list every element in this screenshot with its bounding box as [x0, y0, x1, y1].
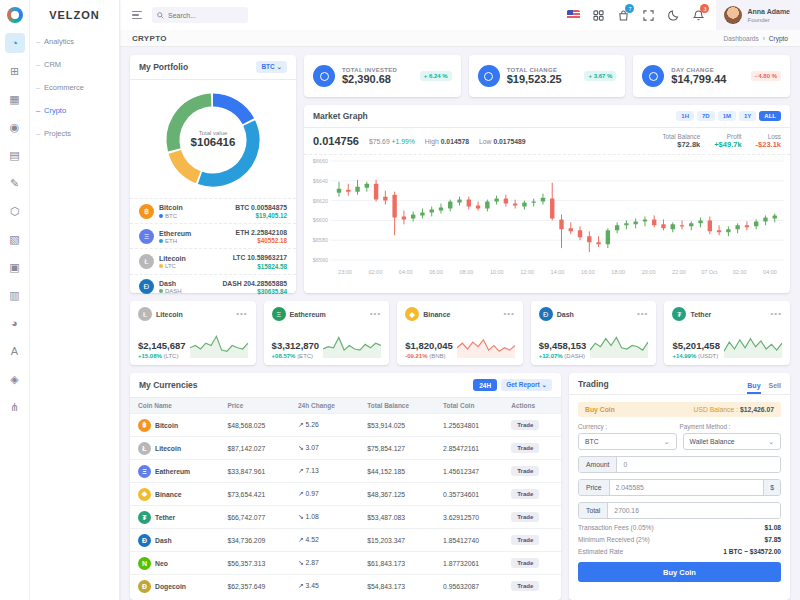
apps-icon[interactable]: ⊞: [5, 61, 25, 81]
balance-cell: $53,914.025: [359, 414, 435, 437]
search-box[interactable]: [152, 7, 248, 23]
brand-name[interactable]: VELZON: [30, 0, 119, 30]
estimated-rate-row: Estimated Rate1 BTC ~ $34572.00: [578, 548, 781, 555]
payment-method-select[interactable]: Wallet Balance⌄: [683, 433, 782, 450]
coin-value: $1,820,045: [405, 340, 453, 351]
range-button-1m[interactable]: 1M: [718, 111, 736, 121]
coin-card-tether[interactable]: ₮Tether•••$5,201,458+14.99% (USDT): [664, 301, 790, 365]
landing-icon[interactable]: ✎: [5, 173, 25, 193]
trade-button[interactable]: Trade: [511, 581, 539, 591]
tab-sell[interactable]: Sell: [769, 382, 781, 394]
more-options-icon[interactable]: •••: [637, 312, 648, 315]
trade-button[interactable]: Trade: [511, 420, 539, 430]
total-coin-cell: 0.95632087: [435, 575, 503, 598]
tables-icon[interactable]: ▥: [5, 285, 25, 305]
asset-name: Ethereum: [159, 229, 191, 238]
sidebar-item-ecommerce[interactable]: Ecommerce: [30, 76, 119, 99]
svg-text:18:00: 18:00: [611, 269, 625, 275]
language-flag-icon[interactable]: [566, 8, 580, 22]
portfolio-asset-btc[interactable]: ฿BitcoinBTCBTC 0.00584875$19,405.12: [130, 198, 296, 223]
more-options-icon[interactable]: •••: [236, 312, 247, 315]
24h-button[interactable]: 24H: [473, 379, 497, 391]
layouts-icon[interactable]: ▦: [5, 89, 25, 109]
buy-coin-button[interactable]: Buy Coin: [578, 562, 781, 582]
sidebar-item-analytics[interactable]: Analytics: [30, 30, 119, 53]
coin-card-binance[interactable]: ◆Binance•••$1,820,045-09.21% (BNB): [397, 301, 523, 365]
pages-icon[interactable]: ▤: [5, 145, 25, 165]
trade-button[interactable]: Trade: [511, 443, 539, 453]
more-options-icon[interactable]: •••: [370, 312, 381, 315]
get-report-dropdown[interactable]: Get Report ⌄: [501, 379, 552, 391]
coin-value: $3,312,870: [272, 340, 320, 351]
dashboards-icon[interactable]: ◔: [5, 33, 25, 53]
svg-text:20:00: 20:00: [642, 269, 656, 275]
trade-button[interactable]: Trade: [511, 466, 539, 476]
forms-icon[interactable]: ▣: [5, 257, 25, 277]
more-options-icon[interactable]: •••: [503, 312, 514, 315]
notifications-bell-icon[interactable]: 3: [691, 8, 705, 22]
fullscreen-icon[interactable]: [641, 8, 655, 22]
coin-card-litecoin[interactable]: ŁLitecoin•••$2,145,687+15.08% (LTC): [130, 301, 256, 365]
apps-grid-icon[interactable]: [591, 8, 605, 22]
search-input[interactable]: [168, 12, 238, 19]
column-header: 24h Change: [290, 398, 359, 414]
range-button-7d[interactable]: 7D: [697, 111, 715, 121]
coin-card-eathereum[interactable]: ΞEathereum•••$3,312,870+08.57% (ETC): [264, 301, 390, 365]
amount-input[interactable]: [617, 457, 780, 472]
asset-amount: LTC 10.58963217: [233, 253, 287, 262]
change-cell: ↘ 2.87: [290, 552, 359, 575]
widgets-icon[interactable]: ▧: [5, 229, 25, 249]
sidebar-item-projects[interactable]: Projects: [30, 122, 119, 145]
trade-button[interactable]: Trade: [511, 535, 539, 545]
breadcrumb-current: Crypto: [769, 35, 788, 42]
breadcrumb-parent[interactable]: Dashboards: [724, 35, 759, 42]
more-options-icon[interactable]: •••: [771, 312, 782, 315]
portfolio-asset-eth[interactable]: ΞEthereumETHETH 2.25842108$40552.18: [130, 223, 296, 248]
minimum-received-row: Minimum Received (2%)$7.85: [578, 536, 781, 543]
coin-change: +12.07% (DASH): [539, 353, 587, 359]
asset-name: Dash: [159, 279, 182, 288]
currency-select[interactable]: BTC⌄: [578, 433, 677, 450]
trade-button[interactable]: Trade: [511, 489, 539, 499]
total-balance: Total Balance$72.8k: [662, 133, 700, 149]
transaction-fees-row: Transaction Fees (0.05%)$1.08: [578, 524, 781, 531]
amount-label: Amount: [579, 457, 617, 472]
multi-level-icon[interactable]: ⋔: [5, 397, 25, 417]
authentication-icon[interactable]: ◉: [5, 117, 25, 137]
dark-mode-icon[interactable]: [666, 8, 680, 22]
table-row-dogecoin: ÐDogecoin$62,357.649↗ 3.45$54,843.1730.9…: [130, 575, 561, 598]
cart-icon[interactable]: 7: [616, 8, 630, 22]
range-button-1y[interactable]: 1Y: [739, 111, 756, 121]
asset-value: $40552.18: [236, 237, 287, 244]
range-button-all[interactable]: ALL: [759, 111, 781, 121]
range-button-1h[interactable]: 1H: [676, 111, 694, 121]
page-title: CRYPTO: [132, 34, 167, 43]
velzon-logo-icon[interactable]: [7, 7, 23, 23]
change-cell: ↗ 3.45: [290, 575, 359, 598]
charts-icon[interactable]: ◕: [5, 313, 25, 333]
total-input[interactable]: [608, 503, 780, 518]
components-icon[interactable]: ⬡: [5, 201, 25, 221]
user-role: Founder: [747, 17, 790, 23]
portfolio-currency-dropdown[interactable]: BTC ⌄: [256, 61, 287, 73]
hamburger-menu-icon[interactable]: [132, 11, 142, 20]
tab-buy[interactable]: Buy: [747, 382, 760, 394]
portfolio-asset-dash[interactable]: ĐDashDASHDASH 204.28565885$30635.84: [130, 274, 296, 299]
price-cell: $56,357.313: [219, 552, 290, 575]
sidebar-item-crm[interactable]: CRM: [30, 53, 119, 76]
icons-icon[interactable]: A: [5, 341, 25, 361]
portfolio-asset-ltc[interactable]: ŁLitecoinLTCLTC 10.58963217$15824.58: [130, 248, 296, 273]
svg-text:$6600: $6600: [313, 217, 328, 223]
market-graph-title: Market Graph: [313, 111, 368, 121]
trade-button[interactable]: Trade: [511, 512, 539, 522]
trade-button[interactable]: Trade: [511, 558, 539, 568]
sparkline-chart: [190, 332, 248, 359]
price-input[interactable]: [610, 480, 764, 495]
user-menu[interactable]: Anna Adame Founder: [716, 0, 800, 30]
coin-card-dash[interactable]: ĐDash•••$9,458,153+12.07% (DASH): [531, 301, 657, 365]
eathereum-icon: Ξ: [272, 307, 286, 321]
maps-icon[interactable]: ◈: [5, 369, 25, 389]
table-row-dash: ĐDash$34,736.209↗ 4.52$15,203.3471.85412…: [130, 529, 561, 552]
sidebar-item-crypto[interactable]: Crypto: [30, 99, 119, 122]
market-high: High 0.014578: [425, 138, 469, 145]
